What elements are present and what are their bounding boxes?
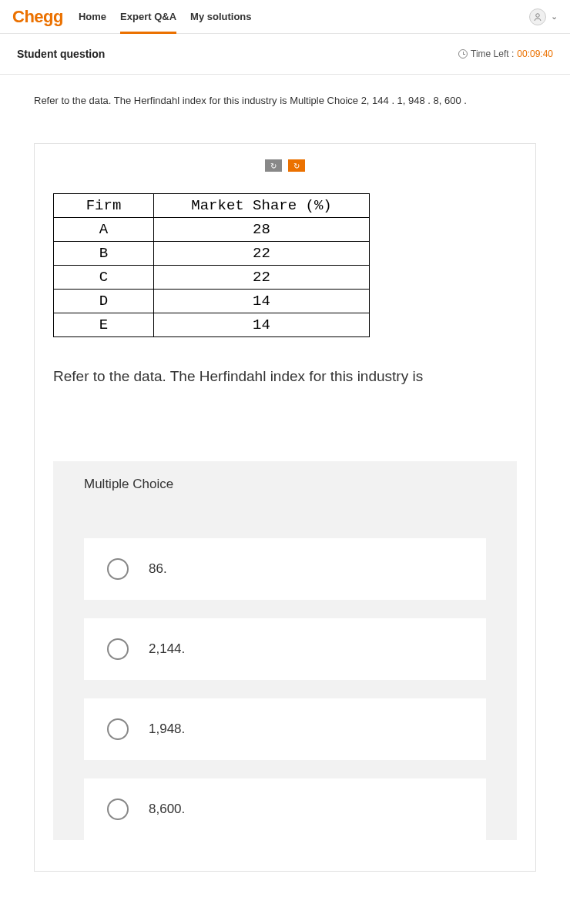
cell-firm: B <box>54 242 154 266</box>
nav-my-solutions[interactable]: My solutions <box>190 6 251 27</box>
rotate-icon[interactable]: ↻ <box>265 159 282 172</box>
market-share-table: Firm Market Share (%) A 28 B 22 C 22 <box>53 193 370 337</box>
table-row: B 22 <box>54 242 370 266</box>
nav-home[interactable]: Home <box>79 6 106 27</box>
image-toolbar: ↻ ↻ <box>53 159 517 172</box>
table-header-share: Market Share (%) <box>154 194 370 218</box>
header: Chegg Home Expert Q&A My solutions ⌄ <box>0 0 570 34</box>
table-row: E 14 <box>54 313 370 337</box>
question-image-display: ↻ ↻ Firm Market Share (%) A 28 B 22 <box>34 143 536 872</box>
mc-options: 86. 2,144. 1,948. 8,600. <box>53 507 517 840</box>
table-row: D 14 <box>54 290 370 313</box>
question-header: Student question Time Left : 00:09:40 <box>0 34 570 75</box>
chevron-down-icon[interactable]: ⌄ <box>551 12 558 22</box>
header-left: Chegg Home Expert Q&A My solutions <box>12 6 252 27</box>
logo[interactable]: Chegg <box>12 7 63 27</box>
cell-share: 22 <box>154 242 370 266</box>
table-header-firm: Firm <box>54 194 154 218</box>
table-row: A 28 <box>54 218 370 242</box>
radio-icon <box>107 798 129 820</box>
option-label: 8,600. <box>149 802 185 817</box>
cell-firm: A <box>54 218 154 242</box>
mc-option-0[interactable]: 86. <box>84 538 486 600</box>
cell-firm: E <box>54 313 154 337</box>
option-label: 2,144. <box>149 641 185 657</box>
option-label: 86. <box>149 561 167 577</box>
table-row: C 22 <box>54 266 370 290</box>
mc-section: Multiple Choice 86. 2,144. 1,948. 8,600. <box>53 461 517 840</box>
mc-option-2[interactable]: 1,948. <box>84 698 486 760</box>
cell-share: 14 <box>154 313 370 337</box>
cell-firm: C <box>54 266 154 290</box>
nav: Home Expert Q&A My solutions <box>79 6 252 27</box>
svg-point-0 <box>536 13 540 17</box>
cell-firm: D <box>54 290 154 313</box>
time-left: Time Left : 00:09:40 <box>458 49 553 59</box>
user-avatar-icon[interactable] <box>529 8 546 25</box>
cell-share: 14 <box>154 290 370 313</box>
cell-share: 28 <box>154 218 370 242</box>
refresh-icon[interactable]: ↻ <box>288 159 305 172</box>
radio-icon <box>107 558 129 580</box>
question-body: Refer to the data. The Herfindahl index … <box>0 75 570 892</box>
option-label: 1,948. <box>149 721 185 737</box>
header-right: ⌄ <box>529 8 558 25</box>
time-left-value: 00:09:40 <box>517 49 553 59</box>
nav-expert-qa[interactable]: Expert Q&A <box>120 6 176 27</box>
time-left-label: Time Left : <box>471 49 514 59</box>
question-image-text: Refer to the data. The Herfindahl index … <box>53 367 517 387</box>
cell-share: 22 <box>154 266 370 290</box>
radio-icon <box>107 718 129 740</box>
mc-header: Multiple Choice <box>53 461 517 507</box>
mc-option-3[interactable]: 8,600. <box>84 778 486 840</box>
radio-icon <box>107 638 129 660</box>
question-text: Refer to the data. The Herfindahl index … <box>34 95 536 106</box>
mc-option-1[interactable]: 2,144. <box>84 618 486 680</box>
question-title: Student question <box>17 48 105 60</box>
clock-icon <box>458 49 468 59</box>
